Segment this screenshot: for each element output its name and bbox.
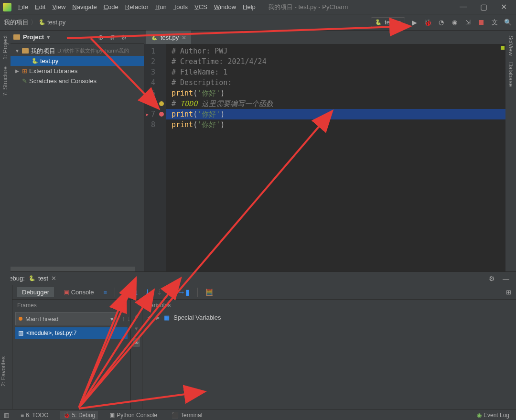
maximize-button[interactable]: ▢	[478, 2, 489, 11]
add-watch-button[interactable]: ＋	[146, 313, 152, 322]
search-everywhere-button[interactable]: 🔍	[504, 18, 512, 27]
project-tool-button[interactable]: 1: Project	[2, 32, 9, 63]
menu-view[interactable]: View	[49, 3, 68, 11]
layout-settings-button[interactable]: ⊞	[506, 289, 511, 296]
code-line[interactable]: # Description:	[166, 77, 505, 88]
menu-help[interactable]: Help	[240, 3, 258, 11]
expand-arrow-icon[interactable]: ▶	[156, 315, 160, 320]
link-icon[interactable]: ∞	[133, 338, 140, 347]
favorites-tool-button[interactable]: 2: Favorites	[0, 354, 7, 389]
line-number[interactable]: 5	[144, 88, 166, 98]
line-number[interactable]: 3	[144, 67, 166, 77]
code-editor[interactable]: 1234567➤8 # Author: PWJ# CreatTime: 2021…	[144, 44, 505, 271]
breadcrumb-file[interactable]: test.py	[47, 19, 65, 26]
line-number[interactable]: 4	[144, 77, 166, 88]
code-line[interactable]: print('你好')	[166, 109, 505, 119]
event-log-button[interactable]: ◉Event Log	[474, 411, 512, 420]
python-console-tool-button[interactable]: ▣Python Console	[107, 411, 160, 420]
database-tool-button[interactable]: Database	[507, 59, 514, 89]
coverage-button[interactable]: ◔	[437, 18, 445, 27]
close-tab-button[interactable]: ✕	[182, 34, 186, 41]
close-button[interactable]: ✕	[498, 2, 509, 11]
locate-button[interactable]: ⊕	[97, 33, 105, 41]
menu-window[interactable]: Window	[211, 3, 239, 11]
breadcrumb[interactable]: 我的项目 〉 🐍 test.py	[4, 18, 65, 27]
stop-button[interactable]	[477, 18, 485, 27]
tree-item-test-py[interactable]: 🐍test.py	[11, 56, 144, 66]
step-into-my-code-button[interactable]: ⤓	[144, 288, 150, 297]
step-into-button[interactable]: ↓	[135, 288, 139, 297]
stack-frame[interactable]: ▥ <module>, test.py:7	[15, 327, 128, 339]
chevron-right-icon: 〉	[31, 18, 37, 27]
code-line[interactable]: # TODO 这里需要编写一个函数	[166, 98, 505, 109]
debug-button[interactable]: 🐞	[423, 18, 432, 27]
debugger-tab[interactable]: Debugger	[17, 287, 54, 297]
code-line[interactable]: # CreatTime: 2021/4/24	[166, 56, 505, 67]
chevron-down-icon[interactable]: ▾	[47, 33, 50, 41]
hide-debug-button[interactable]: —	[501, 275, 511, 282]
run-config-selector[interactable]: 🐍 test ▾	[371, 17, 405, 27]
code-line[interactable]: print('你好')	[166, 119, 505, 130]
line-number[interactable]: 7➤	[144, 109, 166, 119]
sciview-tool-button[interactable]: SciView	[507, 32, 514, 58]
prev-frame-button[interactable]: ↑	[122, 315, 125, 323]
code-line[interactable]: print('你好')	[166, 88, 505, 98]
thread-selector[interactable]: MainThread ▾	[15, 312, 117, 325]
menu-run[interactable]: Run	[152, 3, 170, 11]
variables-row[interactable]: ＋ ▶ ▦ Special Variables	[142, 311, 516, 323]
structure-tool-button[interactable]: 7: Structure	[2, 64, 9, 99]
debug-session-tab[interactable]: 🐍 test ✕	[29, 275, 56, 282]
minimize-button[interactable]: —	[458, 2, 469, 11]
evaluate-expression-button[interactable]: 🧮	[205, 289, 213, 296]
run-to-cursor-button[interactable]: →▮	[178, 288, 190, 297]
attach-button[interactable]: ⇲	[463, 18, 472, 27]
project-panel-title: Project	[23, 33, 44, 41]
horizontal-scrollbar[interactable]	[11, 267, 135, 271]
code-line[interactable]: # Author: PWJ	[166, 46, 505, 56]
debug-settings-button[interactable]: ⚙	[487, 275, 497, 282]
profile-button[interactable]: ◉	[450, 18, 459, 27]
menu-edit[interactable]: Edit	[32, 3, 48, 11]
menu-navigate[interactable]: Navigate	[69, 3, 99, 11]
terminal-tool-button[interactable]: ⬛Terminal	[169, 411, 205, 420]
line-number[interactable]: 8	[144, 119, 166, 130]
force-step-into-button[interactable]: ⇣	[156, 288, 162, 297]
run-button[interactable]: ▶	[410, 18, 419, 27]
debug-tool-button[interactable]: 🐞5: Debug	[60, 411, 98, 420]
breakpoint-icon[interactable]	[159, 112, 164, 117]
code-area[interactable]: # Author: PWJ# CreatTime: 2021/4/24# Fil…	[166, 44, 505, 271]
todo-tool-button[interactable]: ≡6: TODO	[18, 411, 52, 420]
next-frame-button[interactable]: ↓	[127, 315, 130, 323]
menu-tools[interactable]: Tools	[171, 3, 191, 11]
editor-gutter[interactable]: 1234567➤8	[144, 44, 166, 271]
console-tab[interactable]: ▣ Console	[60, 287, 97, 297]
expand-all-button[interactable]: ⇵	[108, 33, 117, 41]
threads-icon[interactable]: ≡	[103, 289, 107, 296]
line-number[interactable]: 1	[144, 46, 166, 56]
menu-vcs[interactable]: VCS	[192, 3, 210, 11]
step-over-button[interactable]: ↷	[123, 288, 129, 297]
code-line[interactable]: # FileName: 1	[166, 67, 505, 77]
down-arrow-icon[interactable]: ▾	[135, 325, 138, 332]
debug-session-name: test	[38, 275, 48, 282]
tree-item-Scratches-and-Consoles[interactable]: ✎Scratches and Consoles	[11, 76, 144, 86]
menu-code[interactable]: Code	[101, 3, 121, 11]
step-out-button[interactable]: ↑	[168, 288, 172, 297]
tree-item--[interactable]: ▼我的项目 D:\软件下载文件\pycharm\我的	[11, 46, 144, 56]
close-session-button[interactable]: ✕	[51, 275, 56, 282]
breadcrumb-project[interactable]: 我的项目	[4, 18, 29, 27]
editor-tab[interactable]: 🐍 test.py ✕	[146, 31, 191, 44]
line-number[interactable]: 2	[144, 56, 166, 67]
menu-refactor[interactable]: Refactor	[122, 3, 151, 11]
tree-item-External-Libraries[interactable]: ▶⊞External Libraries	[11, 66, 144, 76]
settings-icon[interactable]: ⚙	[119, 33, 129, 41]
up-arrow-icon[interactable]: ▴	[135, 312, 138, 319]
todo-marker-icon[interactable]	[159, 101, 164, 106]
warning-stripe-icon[interactable]	[501, 46, 505, 50]
translate-icon[interactable]: 文	[490, 18, 499, 27]
line-number[interactable]: 6	[144, 98, 166, 109]
menu-file[interactable]: File	[15, 3, 31, 11]
project-tree[interactable]: ▼我的项目 D:\软件下载文件\pycharm\我的🐍test.py▶⊞Exte…	[11, 44, 144, 271]
hide-button[interactable]: —	[131, 33, 141, 41]
show-tool-windows-button[interactable]: ▥	[4, 412, 9, 419]
